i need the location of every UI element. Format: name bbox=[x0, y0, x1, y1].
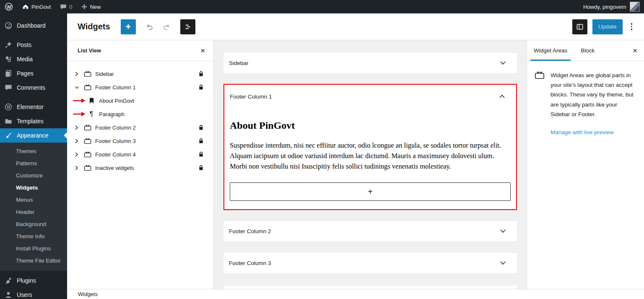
sidebar-item-posts[interactable]: Posts bbox=[0, 38, 67, 52]
list-view-toggle-button[interactable] bbox=[180, 19, 195, 34]
accordion-label: Sidebar bbox=[229, 60, 249, 66]
sidebar-item-media[interactable]: Media bbox=[0, 52, 67, 66]
media-icon bbox=[4, 55, 13, 63]
paragraph-block-icon: ¶ bbox=[87, 111, 96, 117]
sidebar-item-label: Elementor bbox=[17, 104, 44, 110]
tab-block[interactable]: Block bbox=[574, 40, 601, 61]
widget-area-icon bbox=[83, 165, 92, 171]
submenu-item-header[interactable]: Header bbox=[0, 206, 67, 218]
chevron-right-icon[interactable] bbox=[75, 165, 80, 171]
listview-item-about-pingovt[interactable]: About PinGovt bbox=[67, 94, 213, 107]
sidebar-item-label: Plugins bbox=[17, 277, 36, 284]
sidebar-item-label: Dashboard bbox=[17, 22, 46, 29]
sidebar-item-elementor[interactable]: Elementor bbox=[0, 100, 67, 114]
elementor-icon bbox=[4, 103, 13, 111]
plus-icon bbox=[81, 4, 87, 10]
list-view-panel: List View × Sidebar Footer Column 1 bbox=[67, 40, 214, 289]
sidebar-item-templates[interactable]: Templates bbox=[0, 114, 67, 128]
submenu-item-theme-info[interactable]: Theme Info bbox=[0, 230, 67, 242]
widget-heading-block[interactable]: About PinGovt bbox=[230, 120, 511, 131]
options-menu-icon[interactable] bbox=[628, 21, 636, 33]
account-menu[interactable]: Howdy, pingovern bbox=[583, 2, 644, 12]
block-inserter-button[interactable]: + bbox=[121, 19, 136, 34]
new-label: New bbox=[90, 4, 101, 10]
sidebar-item-plugins[interactable]: Plugins bbox=[0, 273, 67, 288]
listview-item-label: About PinGovt bbox=[99, 98, 134, 104]
submenu-item-install-plugins[interactable]: Install Plugins bbox=[0, 242, 67, 255]
sidebar-item-dashboard[interactable]: Dashboard bbox=[0, 18, 67, 33]
list-view-title: List View bbox=[78, 47, 101, 54]
accordion-header-sidebar[interactable]: Sidebar bbox=[223, 53, 517, 73]
submenu-item-patterns[interactable]: Patterns bbox=[0, 157, 67, 169]
accordion-header-footer-column-1[interactable]: Footer Column 1 bbox=[224, 85, 516, 108]
settings-sidebar: Widget Areas Block × Widget Areas are gl… bbox=[527, 40, 644, 289]
new-menu[interactable]: New bbox=[77, 0, 105, 13]
block-appender-button[interactable]: + bbox=[230, 182, 511, 201]
close-icon[interactable]: × bbox=[633, 47, 637, 55]
listview-item-paragraph[interactable]: ¶ Paragraph bbox=[67, 107, 213, 121]
wordpress-logo-icon[interactable] bbox=[0, 0, 18, 13]
submenu-item-background[interactable]: Background bbox=[0, 218, 67, 230]
listview-item-footer-column-2[interactable]: Footer Column 2 bbox=[67, 121, 213, 134]
listview-item-footer-column-4[interactable]: Footer Column 4 bbox=[67, 148, 213, 161]
close-icon[interactable]: × bbox=[200, 47, 205, 55]
widget-paragraph-block[interactable]: Suspendisse interdum, nisi nec effiitur … bbox=[230, 140, 511, 172]
redo-icon[interactable] bbox=[161, 21, 173, 33]
accordion-header-footer-column-3[interactable]: Footer Column 3 bbox=[223, 253, 517, 273]
tab-widget-areas[interactable]: Widget Areas bbox=[527, 40, 574, 61]
chevron-right-icon[interactable] bbox=[75, 125, 80, 130]
chevron-right-icon[interactable] bbox=[75, 71, 80, 77]
widget-area-icon bbox=[535, 70, 545, 119]
sidebar-item-pages[interactable]: Pages bbox=[0, 66, 67, 81]
sidebar-item-appearance[interactable]: Appearance bbox=[0, 128, 67, 143]
lock-icon bbox=[199, 84, 203, 90]
breadcrumb[interactable]: Widgets bbox=[78, 291, 98, 297]
listview-item-footer-column-3[interactable]: Footer Column 3 bbox=[67, 134, 213, 148]
chevron-right-icon[interactable] bbox=[75, 152, 80, 157]
widget-area-icon bbox=[83, 138, 92, 144]
listview-item-inactive-widgets[interactable]: Inactive widgets bbox=[67, 161, 213, 174]
editor-canvas: Sidebar Footer Column 1 About PinGovt Su… bbox=[214, 40, 527, 289]
submenu-item-customize[interactable]: Customize bbox=[0, 169, 67, 182]
listview-item-footer-column-1[interactable]: Footer Column 1 bbox=[67, 81, 213, 94]
listview-item-label: Footer Column 4 bbox=[95, 151, 136, 158]
comments-menu[interactable]: 0 bbox=[55, 0, 77, 13]
update-button[interactable]: Update bbox=[592, 19, 623, 34]
accordion-label: Footer Column 1 bbox=[230, 94, 272, 100]
submenu-item-widgets[interactable]: Widgets bbox=[0, 182, 67, 194]
plus-icon: + bbox=[368, 187, 373, 197]
home-icon bbox=[22, 3, 29, 10]
site-name: PinGovt bbox=[31, 4, 51, 10]
plugin-icon bbox=[4, 277, 13, 284]
accordion-header-footer-column-2[interactable]: Footer Column 2 bbox=[223, 221, 517, 241]
folder-icon bbox=[4, 118, 13, 125]
listview-item-label: Footer Column 3 bbox=[95, 138, 136, 144]
chevron-down-icon[interactable] bbox=[75, 86, 80, 89]
accordion-label: Footer Column 3 bbox=[229, 260, 271, 266]
breadcrumb-bar: Widgets bbox=[67, 289, 644, 299]
lock-icon bbox=[199, 151, 203, 157]
listview-item-sidebar[interactable]: Sidebar bbox=[67, 67, 213, 81]
plus-icon: + bbox=[125, 21, 131, 32]
heading-block-icon bbox=[87, 97, 96, 104]
accordion-header-footer-column-4[interactable]: Footer Column 4 bbox=[223, 286, 517, 289]
accordion-label: Footer Column 2 bbox=[229, 228, 271, 234]
sidebar-item-comments[interactable]: Comments bbox=[0, 81, 67, 95]
user-icon bbox=[4, 291, 13, 299]
undo-icon[interactable] bbox=[143, 21, 155, 33]
lock-icon bbox=[199, 71, 203, 77]
settings-panel-toggle-button[interactable] bbox=[572, 19, 587, 34]
widget-area-panel-footer-column-1-selected: Footer Column 1 About PinGovt Suspendiss… bbox=[223, 84, 517, 210]
submenu-item-theme-file-editor[interactable]: Theme File Editor bbox=[0, 255, 67, 267]
submenu-item-themes[interactable]: Themes bbox=[0, 145, 67, 157]
submenu-item-menus[interactable]: Menus bbox=[0, 194, 67, 206]
sidebar-item-label: Comments bbox=[17, 84, 45, 91]
widget-area-icon bbox=[83, 151, 92, 158]
sidebar-item-label: Posts bbox=[17, 42, 31, 48]
chevron-right-icon[interactable] bbox=[75, 138, 80, 144]
listview-item-label: Footer Column 2 bbox=[95, 125, 136, 131]
sidebar-item-users[interactable]: Users bbox=[0, 288, 67, 299]
site-menu[interactable]: PinGovt bbox=[18, 0, 55, 13]
dashboard-icon bbox=[4, 22, 13, 29]
manage-live-preview-link[interactable]: Manage with live preview bbox=[551, 129, 636, 135]
